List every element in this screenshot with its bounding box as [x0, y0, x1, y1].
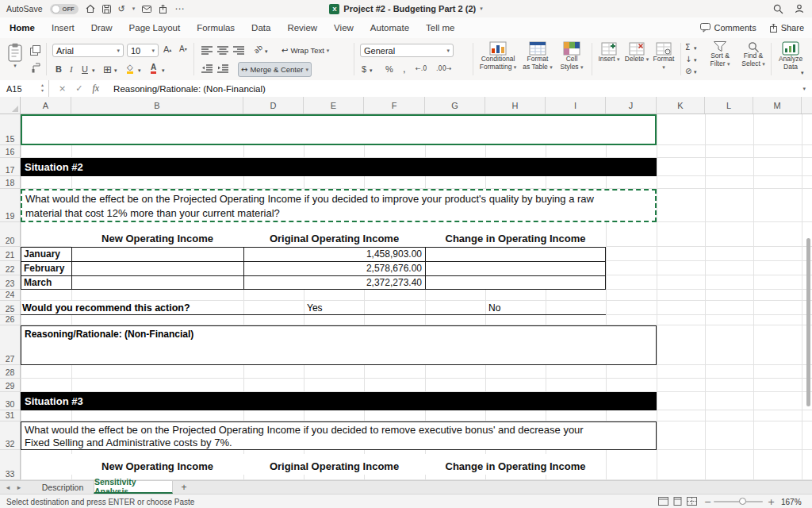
- header-change-operating-income-2[interactable]: Change in Operating Income: [425, 454, 606, 475]
- orientation-chevron-icon[interactable]: ▾: [265, 48, 268, 55]
- prev-sheet-icon[interactable]: ◂: [3, 481, 13, 494]
- align-right-icon[interactable]: [233, 46, 244, 55]
- bold-button[interactable]: B: [56, 64, 62, 74]
- decrease-decimal-button[interactable]: ←.0: [416, 65, 427, 72]
- clear-button[interactable]: ⊘: [685, 67, 691, 75]
- name-box-stepper[interactable]: ▴▾: [41, 82, 44, 93]
- underline-button[interactable]: U: [82, 64, 88, 74]
- selected-cell-a15[interactable]: [21, 114, 657, 145]
- row-header-21[interactable]: 21: [0, 247, 21, 261]
- ribbon-tab-home[interactable]: Home: [10, 23, 35, 33]
- fill-button[interactable]: ↓: [685, 55, 691, 64]
- find-select-button[interactable]: Find &Select ▾: [737, 41, 769, 68]
- row-header-32[interactable]: 32: [0, 421, 21, 450]
- share-button[interactable]: Share: [769, 23, 804, 33]
- sort-filter-button[interactable]: Sort &Filter ▾: [704, 41, 736, 68]
- row-header-23[interactable]: 23: [0, 275, 21, 290]
- insert-cells-button[interactable]: Insert ▾: [596, 42, 622, 64]
- fill-color-button[interactable]: ◇: [127, 64, 133, 74]
- orientation-button[interactable]: ab: [252, 44, 264, 56]
- align-center-icon[interactable]: [217, 46, 228, 55]
- cell-month[interactable]: February: [21, 262, 72, 275]
- formula-content[interactable]: Reasoning/Rationale: (Non-Financial): [113, 84, 266, 94]
- row-header-27[interactable]: 27: [0, 325, 21, 365]
- document-title[interactable]: Project #2 - Budgeting Part 2 (2): [343, 4, 476, 13]
- situation2-question-cell[interactable]: What would the effect be on the Projecte…: [21, 189, 657, 222]
- column-header-e[interactable]: E: [304, 97, 364, 114]
- comments-button[interactable]: Comments: [700, 23, 756, 33]
- row-header-33[interactable]: 33: [0, 450, 21, 480]
- row-header-22[interactable]: 22: [0, 261, 21, 275]
- title-chevron-icon[interactable]: ▾: [480, 6, 483, 12]
- font-name-select[interactable]: Arial▾: [52, 44, 124, 57]
- row-header-19[interactable]: 19: [0, 189, 21, 222]
- wrap-text-button[interactable]: ↩Wrap Text▾: [279, 43, 331, 58]
- fill-color-chevron-icon[interactable]: ▾: [138, 67, 141, 74]
- ribbon-tab-insert[interactable]: Insert: [52, 23, 75, 33]
- format-cells-button[interactable]: Format ▾: [651, 42, 676, 71]
- ribbon-tab-page-layout[interactable]: Page Layout: [129, 23, 181, 33]
- row-header-15[interactable]: 15: [0, 114, 21, 145]
- zoom-slider-thumb[interactable]: [739, 498, 746, 505]
- borders-chevron-icon[interactable]: ▾: [114, 67, 117, 74]
- row-header-16[interactable]: 16: [0, 145, 21, 158]
- account-icon[interactable]: [795, 2, 804, 15]
- page-break-view-icon[interactable]: [687, 497, 697, 506]
- zoom-out-icon[interactable]: −: [704, 497, 711, 507]
- column-header-g[interactable]: G: [425, 97, 485, 114]
- header-new-operating-income[interactable]: New Operating Income: [71, 222, 243, 247]
- zoom-level[interactable]: 167%: [781, 498, 802, 506]
- sheet-tab-sensitivity-analysis[interactable]: Sensitivity Analysis: [94, 481, 173, 494]
- header-original-operating-income-2[interactable]: Original Operating Income: [243, 454, 425, 475]
- row-header-26[interactable]: 26: [0, 315, 21, 325]
- home-icon[interactable]: [86, 2, 95, 15]
- font-color-chevron-icon[interactable]: ▾: [162, 67, 165, 74]
- cell-new-income[interactable]: [72, 276, 244, 290]
- increase-indent-icon[interactable]: [217, 64, 228, 73]
- row-header-29[interactable]: 29: [0, 379, 21, 392]
- format-painter-icon[interactable]: [30, 63, 40, 73]
- expand-formula-bar-icon[interactable]: ▾: [802, 86, 806, 92]
- cell-change-income[interactable]: [426, 248, 605, 261]
- cell-month[interactable]: March: [21, 276, 72, 290]
- cell-new-income[interactable]: [72, 248, 244, 261]
- cell-original-income[interactable]: 1,458,903.00: [244, 248, 426, 261]
- ribbon-tab-formulas[interactable]: Formulas: [197, 23, 235, 33]
- format-as-table-button[interactable]: Formatas Table ▾: [520, 41, 555, 71]
- column-header-f[interactable]: F: [364, 97, 425, 114]
- merge-center-button[interactable]: ↔Merge & Center▾: [238, 62, 312, 77]
- header-change-operating-income[interactable]: Change in Operating Income: [425, 222, 606, 247]
- row-header-17[interactable]: 17: [0, 158, 21, 176]
- paste-button[interactable]: ▾: [8, 43, 22, 69]
- ribbon-tab-review[interactable]: Review: [287, 23, 317, 33]
- search-icon[interactable]: [773, 2, 783, 15]
- collapse-ribbon-icon[interactable]: ▾: [801, 70, 804, 76]
- grow-font-button[interactable]: A▴: [163, 44, 171, 54]
- column-header-d[interactable]: D: [243, 97, 304, 114]
- zoom-in-icon[interactable]: +: [768, 497, 775, 507]
- ribbon-tab-draw[interactable]: Draw: [91, 23, 113, 33]
- row-header-28[interactable]: 28: [0, 365, 21, 379]
- currency-button[interactable]: $: [362, 64, 366, 74]
- row-header-30[interactable]: 30: [0, 392, 21, 410]
- column-header-i[interactable]: I: [546, 97, 606, 114]
- row-header-20[interactable]: 20: [0, 222, 21, 247]
- add-sheet-button[interactable]: +: [178, 481, 190, 494]
- ribbon-tab-view[interactable]: View: [334, 23, 354, 33]
- cell-change-income[interactable]: [426, 276, 605, 290]
- mail-icon[interactable]: [142, 2, 151, 15]
- row-header-25[interactable]: 25: [0, 301, 21, 315]
- percent-button[interactable]: %: [385, 64, 393, 74]
- font-size-select[interactable]: 10▾: [127, 44, 159, 57]
- ribbon-tab-automate[interactable]: Automate: [370, 23, 409, 33]
- cell-original-income[interactable]: 2,578,676.00: [244, 262, 426, 275]
- column-header-h[interactable]: H: [485, 97, 546, 114]
- underline-chevron-icon[interactable]: ▾: [92, 67, 95, 74]
- column-header-b[interactable]: B: [71, 97, 243, 114]
- cell-month[interactable]: January: [21, 248, 72, 261]
- select-all-corner[interactable]: [0, 97, 21, 114]
- delete-cells-button[interactable]: Delete ▾: [624, 42, 649, 64]
- situation3-question-cell[interactable]: What would the effect be on the Projecte…: [21, 421, 657, 450]
- recommend-question-cell[interactable]: Would you recommend this action?: [22, 301, 197, 314]
- insert-function-icon[interactable]: fx: [92, 83, 99, 94]
